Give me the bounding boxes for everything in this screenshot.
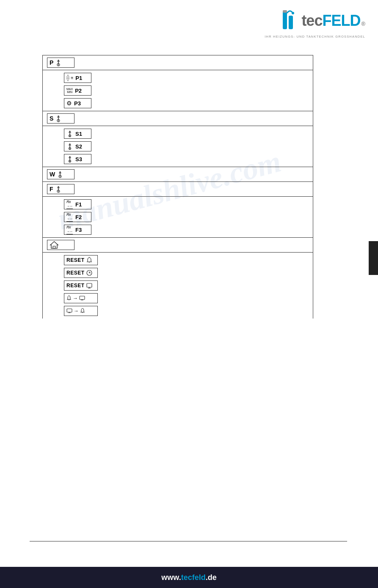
logo-main: tec FELD ®	[279, 8, 365, 33]
W-sensor-icon	[56, 170, 64, 178]
reset-clock-row: RESET	[43, 267, 313, 279]
house-icon	[50, 241, 59, 249]
P2-box: MAXMIN P2	[64, 85, 91, 96]
section-P: P △▽ π P1 M	[42, 55, 313, 319]
F-children: Rx→← F1 Rx→← F2 Rx→← F3	[43, 197, 313, 237]
svg-rect-0	[283, 11, 287, 29]
section-setup-header	[43, 238, 313, 253]
F3-rx-icon: Rx→←	[66, 225, 73, 234]
P3-box: ⚙ P3	[64, 98, 91, 108]
S3-label: S3	[75, 156, 82, 162]
P1-icon: △▽	[66, 74, 69, 82]
logo-registered: ®	[361, 21, 365, 27]
svg-rect-37	[87, 283, 92, 287]
F2-box: Rx→← F2	[64, 212, 91, 222]
footer: www.tecfeld.de	[0, 567, 378, 588]
reset-clock-box: RESET	[64, 268, 98, 278]
P-label: P	[50, 59, 53, 66]
S1-box: S1	[64, 129, 91, 139]
P3-icon: ⚙	[66, 100, 72, 107]
S2-box: S2	[64, 141, 91, 151]
logo-area: tec FELD ® IHR HEIZUNGS- UND TANKTECHNIK…	[265, 8, 365, 38]
reset-bell-row: RESET	[43, 254, 313, 267]
logo-tagline: IHR HEIZUNGS- UND TANKTECHNIK GROSSHANDE…	[265, 35, 365, 38]
reset-display-text: RESET	[66, 283, 85, 289]
S2-sensor-icon	[66, 143, 73, 150]
S1-sensor-icon	[66, 130, 73, 137]
bell-small2-icon	[80, 308, 85, 314]
bell-small-icon	[66, 295, 72, 301]
footer-url: www.tecfeld.de	[161, 573, 216, 582]
section-S-header: S	[43, 111, 313, 126]
logo-tec: tec	[301, 12, 322, 30]
F1-row: Rx→← F1	[43, 198, 313, 211]
P1-label: P1	[75, 75, 82, 81]
reset-clock-text: RESET	[66, 270, 85, 276]
S3-row: S3	[43, 153, 313, 165]
section-W: W	[43, 167, 313, 181]
P2-label: P2	[75, 88, 82, 94]
side-tab	[369, 241, 378, 275]
footer-url-www: www.	[161, 573, 181, 582]
F-header-box: F	[47, 184, 74, 194]
S1-row: S1	[43, 127, 313, 140]
F2-label: F2	[75, 214, 82, 220]
S-header-box: S	[47, 113, 74, 124]
F-sensor-icon	[55, 185, 62, 193]
footer-url-domain: tecfeld	[181, 573, 206, 582]
P1-sub: π	[71, 76, 73, 80]
bell-icon	[86, 257, 93, 264]
logo-feld: FELD	[322, 12, 360, 30]
svg-point-3	[292, 12, 294, 14]
display-icon	[86, 282, 93, 289]
svg-rect-2	[283, 10, 287, 13]
P2-icon: MAXMIN	[66, 88, 73, 93]
F2-row: Rx→← F2	[43, 211, 313, 223]
menu-tree: P △▽ π P1 M	[42, 55, 313, 319]
F3-box: Rx→← F3	[64, 225, 91, 235]
F1-label: F1	[75, 201, 82, 208]
S3-box: S3	[64, 154, 91, 164]
logo-ib-icon	[279, 8, 300, 33]
display-to-bell-box: →	[64, 306, 98, 316]
setup-children: RESET RESET	[43, 253, 313, 319]
P-sensor-icon	[55, 59, 62, 66]
P1-box: △▽ π P1	[64, 73, 91, 83]
section-setup: RESET RESET	[43, 237, 313, 319]
display-small2-icon	[66, 308, 72, 313]
W-label: W	[50, 171, 55, 178]
svg-rect-40	[80, 296, 85, 299]
section-F: F Rx→← F1	[43, 181, 313, 237]
section-S: S	[43, 111, 313, 167]
P3-label: P3	[74, 100, 81, 107]
S-sensor-icon	[55, 115, 62, 122]
header: tec FELD ® IHR HEIZUNGS- UND TANKTECHNIK…	[0, 0, 378, 47]
F-label: F	[50, 186, 53, 192]
clock-icon	[86, 269, 93, 276]
bell-to-display-box: →	[64, 293, 98, 303]
divider-line	[30, 541, 347, 541]
setup-header-box	[47, 240, 74, 250]
S1-label: S1	[75, 131, 82, 137]
W-header-box: W	[47, 169, 74, 179]
F3-row: Rx→← F3	[43, 223, 313, 236]
P1-row: △▽ π P1	[43, 71, 313, 84]
svg-rect-1	[289, 16, 293, 29]
S-children: S1 S2	[43, 126, 313, 167]
F2-rx-icon: Rx→←	[66, 212, 73, 222]
reset-bell-text: RESET	[66, 257, 85, 263]
P2-row: MAXMIN P2	[43, 84, 313, 97]
F3-label: F3	[75, 227, 82, 233]
S2-row: S2	[43, 140, 313, 153]
F1-rx-icon: Rx→←	[66, 200, 73, 209]
display-to-bell-row: →	[43, 305, 313, 317]
arrow-right2-icon: →	[74, 308, 79, 314]
section-F-header: F	[43, 182, 313, 197]
S2-label: S2	[75, 143, 82, 150]
P-children: △▽ π P1 MAXMIN P2 ⚙ P3	[43, 70, 313, 111]
S-label: S	[50, 115, 53, 122]
section-P-header: P	[43, 55, 313, 70]
P3-row: ⚙ P3	[43, 97, 313, 110]
F1-box: Rx→← F1	[64, 199, 91, 209]
reset-display-box: RESET	[64, 280, 98, 291]
